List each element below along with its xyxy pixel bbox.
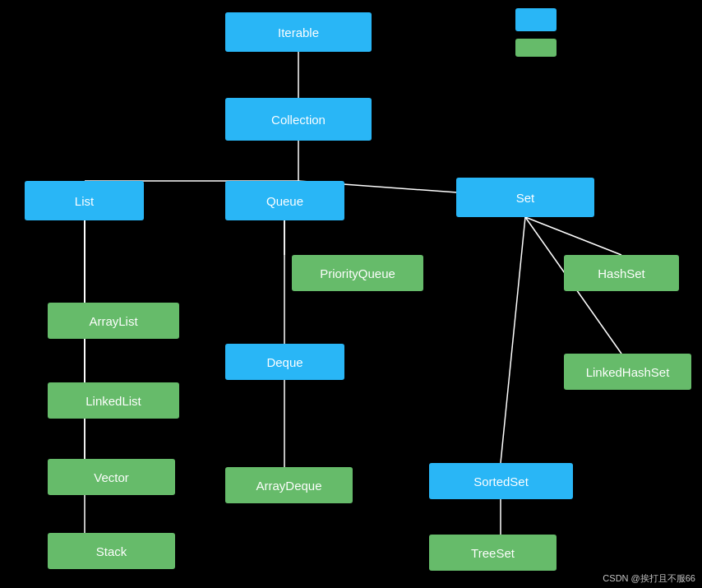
node-priorityqueue: PriorityQueue — [292, 255, 423, 291]
node-legend_blue — [515, 8, 557, 31]
node-iterable: Iterable — [225, 12, 372, 52]
node-linkedhashset: LinkedHashSet — [564, 354, 691, 390]
node-arraydeque: ArrayDeque — [225, 467, 353, 503]
node-sortedset: SortedSet — [429, 463, 573, 499]
node-legend_green — [515, 39, 557, 57]
node-deque: Deque — [225, 344, 344, 380]
node-linkedlist: LinkedList — [48, 382, 179, 419]
svg-line-10 — [525, 217, 621, 255]
node-collection: Collection — [225, 98, 372, 141]
svg-line-12 — [501, 217, 525, 463]
node-arraylist: ArrayList — [48, 303, 179, 339]
watermark: CSDN @挨打且不服66 — [603, 572, 695, 585]
node-list: List — [25, 181, 144, 220]
node-hashset: HashSet — [564, 255, 679, 291]
node-set: Set — [456, 178, 594, 217]
node-queue: Queue — [225, 181, 344, 220]
node-vector: Vector — [48, 459, 175, 495]
node-treeset: TreeSet — [429, 535, 557, 571]
node-stack: Stack — [48, 533, 175, 569]
